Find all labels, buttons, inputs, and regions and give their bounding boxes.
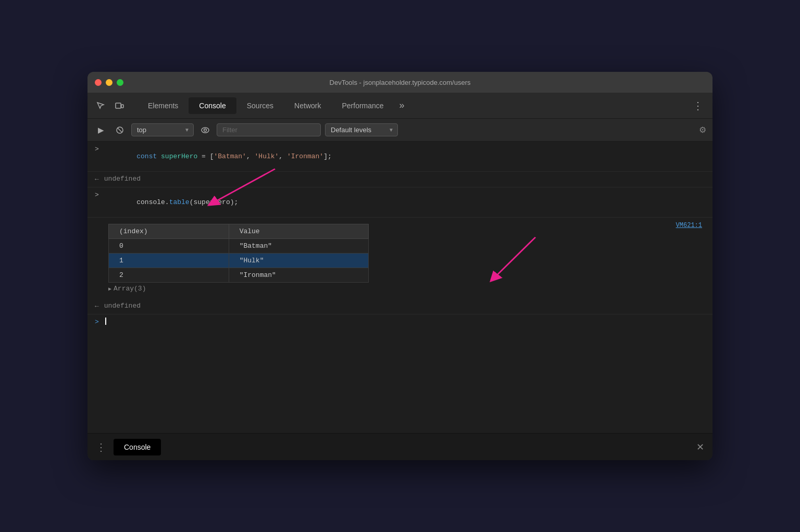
svg-line-3 bbox=[118, 128, 122, 132]
array-label: Array(3) bbox=[114, 285, 146, 293]
text-cursor bbox=[105, 318, 106, 325]
expand-arrow-icon: ▶ bbox=[108, 286, 111, 292]
input-prompt-2: > bbox=[95, 191, 99, 199]
undefined-output-2: undefined bbox=[104, 302, 141, 310]
console-line-1: > const superHero = ['Batman', 'Hulk', '… bbox=[88, 142, 712, 172]
filter-input[interactable] bbox=[217, 123, 321, 136]
table-header-value: Value bbox=[229, 224, 368, 239]
traffic-lights bbox=[95, 79, 123, 86]
tab-performance[interactable]: Performance bbox=[331, 97, 394, 114]
table-cell-index-0: 0 bbox=[109, 239, 229, 254]
close-drawer-button[interactable]: ✕ bbox=[696, 441, 704, 453]
console-input-line[interactable]: > bbox=[88, 314, 712, 330]
code-table-statement: console.table(superHero); bbox=[104, 191, 238, 214]
run-script-button[interactable]: ▶ bbox=[94, 123, 108, 137]
svg-rect-1 bbox=[121, 105, 123, 108]
console-line-4: ← undefined bbox=[88, 299, 712, 314]
svg-point-5 bbox=[204, 129, 207, 131]
console-line-2: ← undefined bbox=[88, 172, 712, 187]
eye-icon[interactable] bbox=[198, 123, 213, 137]
table-cell-index-1: 1 bbox=[109, 254, 229, 268]
maximize-button[interactable] bbox=[117, 79, 123, 86]
title-bar: DevTools - jsonplaceholder.typicode.com/… bbox=[88, 72, 712, 93]
table-header-index: (index) bbox=[109, 224, 229, 239]
device-toolbar-icon[interactable] bbox=[111, 98, 127, 113]
vm-reference[interactable]: VM621:1 bbox=[676, 222, 702, 229]
console-line-3: > console.table(superHero); bbox=[88, 187, 712, 218]
context-selector[interactable]: top ▼ bbox=[131, 123, 194, 136]
log-levels-dropdown[interactable]: Default levels bbox=[325, 123, 398, 136]
tab-icons bbox=[93, 98, 127, 113]
devtools-window: DevTools - jsonplaceholder.typicode.com/… bbox=[88, 72, 712, 460]
table-cell-value-2: "Ironman" bbox=[229, 268, 368, 283]
tab-bar: Elements Console Sources Network Perform… bbox=[88, 93, 712, 119]
tab-sources[interactable]: Sources bbox=[236, 97, 284, 114]
output-prompt-2: ← bbox=[95, 302, 99, 310]
svg-point-4 bbox=[202, 128, 209, 133]
settings-icon[interactable]: ⚙ bbox=[699, 125, 706, 135]
table-row: 0 "Batman" bbox=[109, 239, 369, 254]
table-cell-value-0: "Batman" bbox=[229, 239, 368, 254]
input-cursor-prompt: > bbox=[95, 318, 99, 326]
undefined-output-1: undefined bbox=[104, 175, 141, 183]
input-prompt-1: > bbox=[95, 145, 99, 153]
tab-elements[interactable]: Elements bbox=[138, 97, 189, 114]
console-output: > const superHero = ['Batman', 'Hulk', '… bbox=[88, 142, 712, 433]
bottom-dots-button[interactable]: ⋮ bbox=[96, 441, 106, 453]
bottom-bar: ⋮ Console ✕ bbox=[88, 433, 712, 460]
inspector-icon[interactable] bbox=[93, 98, 108, 113]
devtools-menu-button[interactable]: ⋮ bbox=[689, 99, 707, 112]
code-const-statement: const superHero = ['Batman', 'Hulk', 'Ir… bbox=[104, 145, 332, 168]
tab-console[interactable]: Console bbox=[189, 97, 236, 114]
table-wrapper: (index) Value 0 "Batman" 1 "Hulk" bbox=[88, 222, 712, 299]
table-row: 2 "Ironman" bbox=[109, 268, 369, 283]
table-cell-index-2: 2 bbox=[109, 268, 229, 283]
context-dropdown[interactable]: top bbox=[131, 123, 194, 136]
table-cell-value-1: "Hulk" bbox=[229, 254, 368, 268]
tab-network[interactable]: Network bbox=[284, 97, 331, 114]
minimize-button[interactable] bbox=[106, 79, 113, 86]
window-title: DevTools - jsonplaceholder.typicode.com/… bbox=[330, 79, 471, 86]
output-prompt-1: ← bbox=[95, 175, 99, 183]
log-levels-selector[interactable]: Default levels ▼ bbox=[325, 123, 398, 136]
array-expand-button[interactable]: ▶ Array(3) bbox=[108, 283, 692, 295]
console-toolbar: ▶ top ▼ Default levels ▼ ⚙ bbox=[88, 119, 712, 142]
clear-console-button[interactable] bbox=[113, 123, 127, 137]
table-row: 1 "Hulk" bbox=[109, 254, 369, 268]
more-tabs-button[interactable]: » bbox=[394, 100, 410, 111]
console-table-section: VM621:1 (index) Value 0 "Batman" bbox=[88, 218, 712, 299]
bottom-console-tab[interactable]: Console bbox=[114, 439, 161, 455]
svg-rect-0 bbox=[116, 103, 121, 108]
console-data-table: (index) Value 0 "Batman" 1 "Hulk" bbox=[108, 224, 369, 283]
close-button[interactable] bbox=[95, 79, 102, 86]
